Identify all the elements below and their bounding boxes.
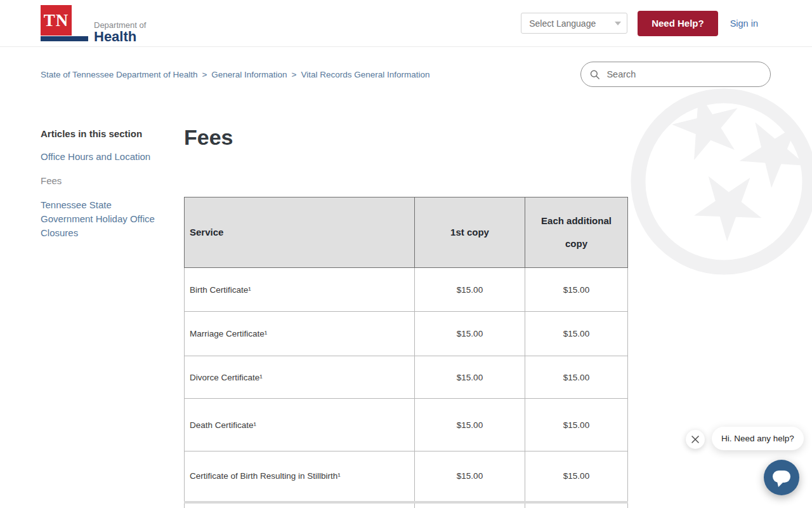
tn-health-logo[interactable]: TN Department of Health — [41, 5, 146, 41]
table-row-divorce-certificate: Divorce Certificate¹$15.00$15.00 — [185, 356, 628, 399]
service-cell: Marriage Certificate¹ — [185, 312, 415, 356]
fees-table-header-row: Service1st copyEach additional copy — [185, 197, 628, 268]
breadcrumb: State of Tennessee Department of Health>… — [41, 70, 430, 79]
service-cell: Certificate of Birth Resulting in Stillb… — [185, 451, 415, 502]
logo-health: Health — [94, 30, 146, 43]
additional-copy-cell: $15.00 — [525, 399, 628, 451]
sidebar: Articles in this section Office Hours an… — [41, 124, 184, 508]
table-row-marriage-certificate: Marriage Certificate¹$15.00$15.00 — [185, 312, 628, 356]
table-row-certificate-of-birth-resulting-in-stillb: Certificate of Birth Resulting in Stillb… — [185, 451, 628, 502]
close-icon — [691, 436, 699, 443]
breadcrumb-link-state-of-tennessee-department-of-health[interactable]: State of Tennessee Department of Health — [41, 70, 197, 79]
service-cell: Divorce Certificate¹ — [185, 356, 415, 399]
logo-text: Department of Health — [94, 20, 146, 43]
first-copy-cell: $15.00 — [415, 312, 525, 356]
additional-copy-cell: $15.00 — [525, 356, 628, 399]
column-header-service: Service — [185, 197, 415, 268]
chat-launcher-button[interactable] — [764, 460, 799, 495]
table-row-partial — [185, 502, 628, 508]
table-row-death-certificate: Death Certificate¹$15.00$15.00 — [185, 399, 628, 451]
chat-greeting-text: Hi. Need any help? — [721, 434, 794, 443]
sidebar-item-tennessee-state-government-holiday-offic[interactable]: Tennessee State Government Holiday Offic… — [41, 198, 165, 240]
service-cell: Birth Certificate¹ — [185, 268, 415, 312]
fees-table-body: Birth Certificate¹$15.00$15.00Marriage C… — [185, 268, 628, 502]
chat-bubble-icon — [771, 467, 792, 488]
search-icon — [590, 69, 599, 80]
breadcrumb-link-general-information[interactable]: General Information — [211, 70, 287, 79]
search-box[interactable] — [580, 62, 771, 87]
tn-logo-square: TN — [41, 5, 72, 36]
first-copy-cell: $15.00 — [415, 399, 525, 451]
sign-in-link[interactable]: Sign in — [730, 18, 758, 29]
first-copy-cell: $15.00 — [415, 356, 525, 399]
need-help-button[interactable]: Need Help? — [638, 11, 718, 36]
service-cell: Death Certificate¹ — [185, 399, 415, 451]
additional-copy-cell: $15.00 — [525, 312, 628, 356]
sidebar-title: Articles in this section — [41, 124, 184, 139]
breadcrumb-link-vital-records-general-information[interactable]: Vital Records General Information — [301, 70, 430, 79]
chat-close-button[interactable] — [686, 430, 705, 449]
sidebar-list: Office Hours and LocationFeesTennessee S… — [41, 150, 184, 240]
chat-greeting-bubble[interactable]: Hi. Need any help? — [712, 427, 804, 450]
top-bar: TN Department of Health Select Language … — [0, 0, 812, 47]
additional-copy-cell: $15.00 — [525, 268, 628, 312]
tn-logo-bar — [41, 36, 88, 41]
caret-down-icon — [615, 22, 621, 25]
breadcrumb-separator: > — [202, 70, 207, 79]
sidebar-item-fees[interactable]: Fees — [41, 174, 165, 188]
column-header-each-additional-copy: Each additional copy — [525, 197, 628, 268]
first-copy-cell: $15.00 — [415, 268, 525, 312]
content-area: Articles in this section Office Hours an… — [0, 124, 812, 508]
language-selector-label: Select Language — [529, 18, 596, 29]
top-bar-actions: Select Language Need Help? Sign in — [521, 11, 758, 36]
breadcrumb-separator: > — [292, 70, 297, 79]
sidebar-item-office-hours-and-location[interactable]: Office Hours and Location — [41, 150, 165, 164]
fees-table: Service1st copyEach additional copy Birt… — [184, 197, 628, 508]
breadcrumb-row: State of Tennessee Department of Health>… — [0, 47, 812, 87]
table-row-birth-certificate: Birth Certificate¹$15.00$15.00 — [185, 268, 628, 312]
search-input[interactable] — [605, 69, 761, 80]
column-header-1st-copy: 1st copy — [415, 197, 525, 268]
first-copy-cell: $15.00 — [415, 451, 525, 502]
tn-logo-mark: TN — [41, 5, 88, 41]
page-title: Fees — [184, 124, 812, 150]
language-selector[interactable]: Select Language — [521, 13, 627, 34]
article: Fees Service1st copyEach additional copy… — [184, 124, 812, 508]
additional-copy-cell: $15.00 — [525, 451, 628, 502]
